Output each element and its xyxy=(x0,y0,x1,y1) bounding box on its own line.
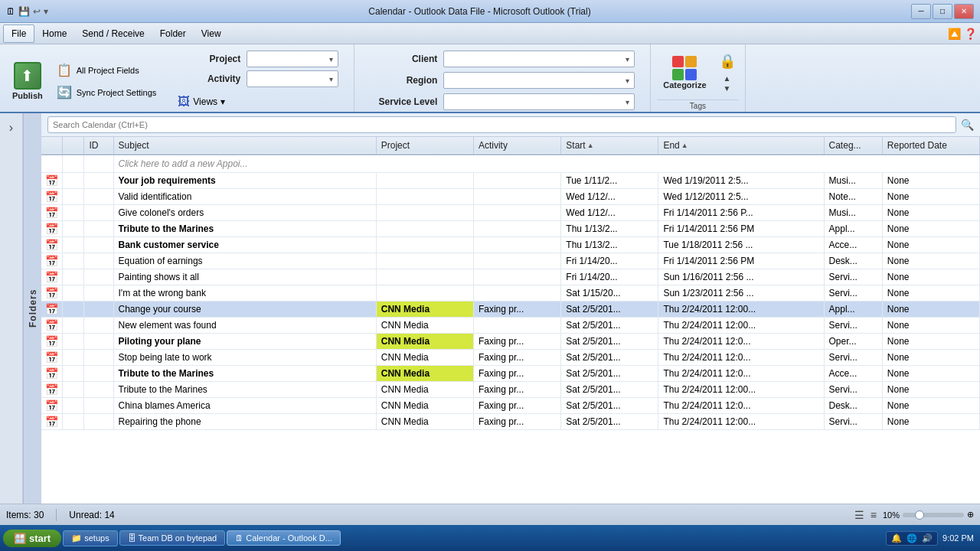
sync-button[interactable]: 🔄 Sync Project Settings xyxy=(52,83,162,102)
main-area: › Folders 🔍 ID Subj xyxy=(0,113,980,504)
row-end: Thu 2/24/2011 12:00... xyxy=(658,318,824,334)
activity-select[interactable]: ▾ xyxy=(247,70,338,87)
client-field-row: Client ▾ xyxy=(370,51,635,67)
sync-label: Sync Project Settings xyxy=(77,88,157,97)
quick-undo[interactable]: ↩ xyxy=(33,6,41,17)
sync-icon: 🔄 xyxy=(57,85,72,99)
table-row[interactable]: 📅 Painting shows it all Fri 1/14/20... S… xyxy=(41,269,980,285)
col-icon2 xyxy=(63,137,84,155)
view-btn-list[interactable]: ☰ xyxy=(854,509,864,521)
ribbon-collapse[interactable]: 🔼 xyxy=(948,28,961,40)
row-end: Thu 2/24/2011 12:0... xyxy=(658,366,824,382)
row-reported: None xyxy=(882,221,979,237)
row-icon2 xyxy=(63,366,84,382)
row-end: Tue 1/18/2011 2:56 ... xyxy=(658,237,824,253)
arrow-down[interactable]: ▼ xyxy=(723,84,732,93)
table-row[interactable]: 📅 Stop being late to work CNN Media Faxi… xyxy=(41,350,980,366)
calendar-icon-blue: 📅 xyxy=(45,399,58,412)
client-select[interactable]: ▾ xyxy=(443,51,635,67)
row-start: Thu 1/13/2... xyxy=(561,237,658,253)
row-icon1: 📅 xyxy=(41,366,63,382)
table-row[interactable]: 📅 I'm at the wrong bank Sat 1/15/20... S… xyxy=(41,285,980,302)
taskbar-item-teamdb[interactable]: 🗄 Team DB on bytepad xyxy=(119,530,226,546)
views-button[interactable]: 🖼 Views ▾ xyxy=(173,92,338,112)
table-row[interactable]: 📅 Piloting your plane CNN Media Faxing p… xyxy=(41,334,980,350)
close-button[interactable]: ✕ xyxy=(954,4,974,19)
row-icon2 xyxy=(63,318,84,334)
view-btn-detail[interactable]: ≡ xyxy=(871,509,877,521)
row-end: Thu 2/24/2011 12:0... xyxy=(658,398,824,414)
col-icon1 xyxy=(41,137,63,155)
col-project[interactable]: Project xyxy=(376,137,473,155)
table-row[interactable]: 📅 Tribute to the Marines CNN Media Faxin… xyxy=(41,382,980,398)
table-row[interactable]: 📅 Valid identification Wed 1/12/... Wed … xyxy=(41,189,980,205)
publish-button[interactable]: ⬆ Publish xyxy=(6,59,49,103)
row-start: Wed 1/12/... xyxy=(561,189,658,205)
table-row[interactable]: 📅 New element was found CNN Media Sat 2/… xyxy=(41,318,980,334)
quick-save[interactable]: 💾 xyxy=(18,6,30,17)
table-row[interactable]: 📅 Change your course CNN Media Faxing pr… xyxy=(41,302,980,318)
all-fields-button[interactable]: 📋 All Project Fields xyxy=(52,60,162,80)
col-end[interactable]: End▲ xyxy=(658,137,824,155)
taskbar: 🪟 start 📁 setups 🗄 Team DB on bytepad 🗓 … xyxy=(0,525,980,551)
maximize-button[interactable]: □ xyxy=(933,4,952,19)
row-activity xyxy=(473,318,560,334)
row-reported: None xyxy=(882,382,979,398)
col-project-label: Project xyxy=(381,140,410,151)
row-id xyxy=(84,221,113,237)
menu-file[interactable]: File xyxy=(3,24,34,43)
project-select[interactable]: ▾ xyxy=(247,51,338,67)
row-categ: Appl... xyxy=(824,221,882,237)
table-row[interactable]: 📅 Tribute to the Marines CNN Media Faxin… xyxy=(41,366,980,382)
row-categ: Acce... xyxy=(824,237,882,253)
teamdb-icon: 🗄 xyxy=(128,533,136,543)
table-row[interactable]: 📅 Equation of earnings Fri 1/14/20... Fr… xyxy=(41,253,980,269)
col-id-label: ID xyxy=(89,140,98,151)
service-level-field-label: Service Level xyxy=(370,96,437,107)
row-start: Sat 2/5/201... xyxy=(561,366,658,382)
region-select[interactable]: ▾ xyxy=(443,72,635,89)
col-activity[interactable]: Activity xyxy=(473,137,560,155)
menu-send-receive[interactable]: Send / Receive xyxy=(74,25,152,42)
row-categ: Servi... xyxy=(824,285,882,302)
menu-view[interactable]: View xyxy=(194,25,229,42)
row-categ: Acce... xyxy=(824,366,882,382)
col-subject[interactable]: Subject xyxy=(113,137,376,155)
table-row[interactable]: 📅 Repairing the phone CNN Media Faxing p… xyxy=(41,414,980,430)
taskbar-item-setups[interactable]: 📁 setups xyxy=(63,530,117,546)
table-row[interactable]: 📅 Your job requirements Tue 1/11/2... We… xyxy=(41,173,980,189)
help-button[interactable]: ❓ xyxy=(964,28,977,40)
row-icon2 xyxy=(63,414,84,430)
row-activity: Faxing pr... xyxy=(473,350,560,366)
zoom-slider[interactable] xyxy=(903,513,964,517)
row-reported: None xyxy=(882,318,979,334)
row-id xyxy=(84,318,113,334)
taskbar-item-calendar[interactable]: 🗓 Calendar - Outlook D... xyxy=(227,530,341,546)
table-row[interactable]: 📅 China blames America CNN Media Faxing … xyxy=(41,398,980,414)
menu-folder[interactable]: Folder xyxy=(152,25,194,42)
search-input[interactable] xyxy=(47,116,956,133)
col-start[interactable]: Start▲ xyxy=(561,137,658,155)
minimize-button[interactable]: ─ xyxy=(911,4,931,19)
row-activity xyxy=(473,189,560,205)
menu-home[interactable]: Home xyxy=(34,25,74,42)
add-new-row[interactable]: Click here to add a new Appoi... xyxy=(41,155,980,173)
categorize-button[interactable]: Categorize xyxy=(657,53,712,93)
arrow-up[interactable]: ▲ xyxy=(723,74,732,83)
row-subject: Change your course xyxy=(113,302,376,318)
service-level-select[interactable]: ▾ xyxy=(443,93,635,110)
nav-panel[interactable]: › xyxy=(0,113,23,504)
row-activity xyxy=(473,173,560,189)
search-icon[interactable]: 🔍 xyxy=(961,119,974,131)
table-row[interactable]: 📅 Give colonel's orders Wed 1/12/... Fri… xyxy=(41,205,980,221)
calendar-icon-blue: 📅 xyxy=(45,255,58,267)
folders-sidebar[interactable]: Folders xyxy=(23,113,41,504)
col-reported[interactable]: Reported Date xyxy=(882,137,979,155)
start-button[interactable]: 🪟 start xyxy=(3,530,61,547)
col-categ[interactable]: Categ... xyxy=(824,137,882,155)
col-id[interactable]: ID xyxy=(84,137,113,155)
calendar-icon-blue: 📅 xyxy=(45,351,58,364)
row-subject: Tribute to the Marines xyxy=(113,382,376,398)
table-row[interactable]: 📅 Tribute to the Marines Thu 1/13/2... F… xyxy=(41,221,980,237)
table-row[interactable]: 📅 Bank customer service Thu 1/13/2... Tu… xyxy=(41,237,980,253)
